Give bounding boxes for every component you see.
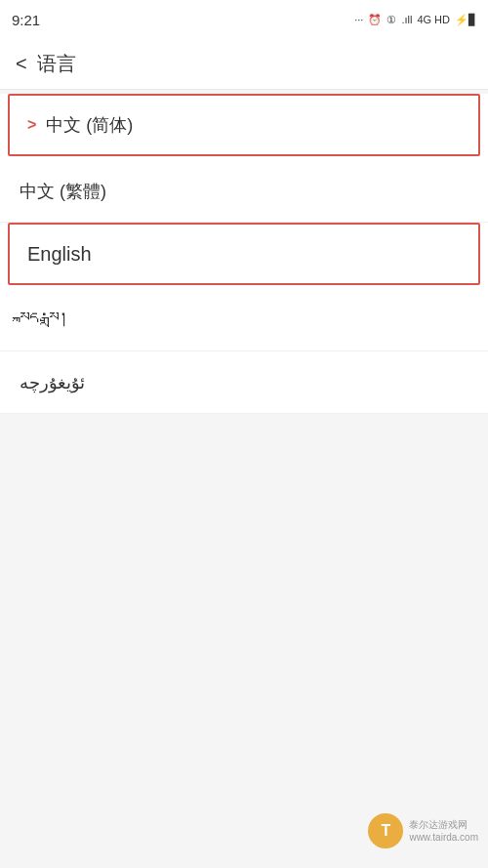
language-item-tibetan[interactable]: སྐད་སྒྲ།: [0, 289, 488, 351]
watermark-brand: 泰尔达游戏网: [409, 818, 478, 831]
signal-dots: ···: [354, 14, 363, 25]
language-name-uyghur: ئۇيغۇرچە: [20, 372, 85, 393]
language-name-tibetan: སྐད་སྒྲ།: [20, 309, 68, 331]
header: < 语言: [0, 39, 488, 90]
language-name-zh-simplified: 中文 (简体): [46, 113, 133, 137]
language-name-english: English: [27, 243, 92, 266]
empty-content-area: [0, 414, 488, 805]
status-bar: 9:21 ··· ⏰ ① .ıll 4G HD ⚡▊: [0, 0, 488, 39]
page-title: 语言: [37, 51, 76, 77]
back-button[interactable]: <: [16, 53, 27, 75]
language-item-english[interactable]: English: [8, 223, 480, 285]
language-item-uyghur[interactable]: ئۇيغۇرچە: [0, 351, 488, 414]
watermark-site: www.tairda.com: [409, 831, 478, 844]
watermark: T 泰尔达游戏网 www.tairda.com: [368, 813, 478, 848]
language-item-zh-traditional[interactable]: 中文 (繁體): [0, 160, 488, 223]
language-list: > 中文 (简体) 中文 (繁體) English སྐད་སྒྲ། ئۇيغۇ…: [0, 94, 488, 414]
language-name-zh-traditional: 中文 (繁體): [20, 180, 106, 203]
signal-bars: .ıll: [401, 14, 412, 25]
network-type: 4G HD: [417, 14, 450, 25]
status-time: 9:21: [12, 12, 40, 28]
watermark-text: 泰尔达游戏网 www.tairda.com: [409, 818, 478, 844]
battery-icon: ⚡▊: [455, 14, 476, 26]
watermark-logo: T: [368, 813, 403, 848]
status-icons: ··· ⏰ ① .ıll 4G HD ⚡▊: [354, 14, 476, 26]
alarm-icon: ⏰: [368, 14, 382, 26]
nfc-icon: ①: [386, 14, 396, 26]
language-item-zh-simplified[interactable]: > 中文 (简体): [8, 94, 480, 156]
selected-chevron-icon: >: [27, 116, 36, 134]
back-chevron-icon: <: [16, 53, 27, 75]
